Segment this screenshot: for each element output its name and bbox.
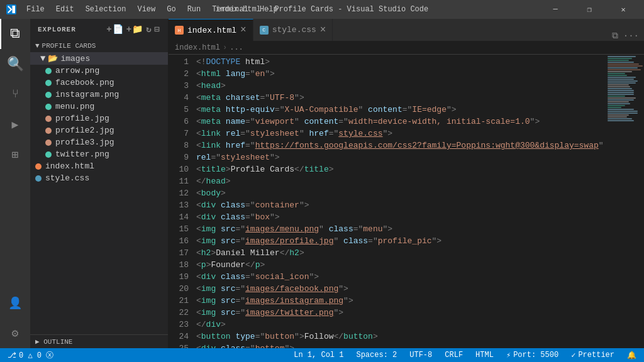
tab-close-button[interactable]: × (240, 25, 247, 36)
chevron-right-icon: ▶ (35, 338, 43, 346)
encoding-setting[interactable]: UTF-8 (407, 351, 435, 359)
profile-cards-section[interactable]: ▼ PROFILE CARDS (30, 40, 168, 52)
code-line: <link rel="stylesheet" href="style.css"> (196, 128, 606, 140)
line-numbers: 12345 678910 1112131415 1617181920 21222… (169, 55, 194, 348)
file-profile2-jpg[interactable]: profile2.jpg (30, 124, 168, 136)
menu-edit[interactable]: Edit (51, 4, 79, 15)
menu-run[interactable]: Run (182, 4, 206, 15)
file-label: style.css (45, 173, 89, 183)
extensions-icon: ⊞ (12, 148, 19, 162)
tab-index-html[interactable]: H index.html × (169, 19, 253, 41)
more-actions-icon[interactable]: ··· (623, 31, 639, 41)
tab-style-css[interactable]: C style.css × (253, 19, 333, 41)
maximize-button[interactable]: ❐ (575, 0, 604, 19)
file-profile3-jpg[interactable]: profile3.jpg (30, 136, 168, 148)
status-bar-right: Ln 1, Col 1 Spaces: 2 UTF-8 CRLF HTML ⚡ … (291, 351, 639, 360)
new-folder-icon[interactable]: +📁 (126, 24, 143, 35)
sidebar-actions: +📄 +📁 ↻ ⊟ (106, 24, 160, 35)
new-file-icon[interactable]: +📄 (106, 24, 123, 35)
editor-content[interactable]: 12345 678910 1112131415 1617181920 21222… (169, 55, 644, 348)
editor-area: H index.html × C style.css × ⧉ ··· index… (169, 19, 644, 348)
activity-debug[interactable]: ▶ (0, 109, 30, 140)
file-label: profile2.jpg (55, 126, 114, 135)
menu-selection[interactable]: Selection (80, 4, 131, 15)
code-line: <img src="images/instagram.png"> (196, 295, 606, 307)
png-file-icon (45, 80, 52, 86)
code-line: <html lang="en"> (196, 68, 606, 80)
activity-source-control[interactable]: ⑂ (0, 79, 30, 109)
prettier-text: Prettier (578, 351, 614, 359)
code-line: <img src="images/facebook.png"> (196, 283, 606, 295)
close-button[interactable]: ✕ (609, 0, 638, 19)
refresh-icon[interactable]: ↻ (146, 24, 152, 35)
git-branch[interactable]: ⎇ 0 △ 0 ⓧ (5, 350, 56, 361)
jpg-file-icon (45, 116, 52, 122)
status-bar-left: ⎇ 0 △ 0 ⓧ (5, 350, 56, 361)
file-index-html[interactable]: index.html (30, 160, 168, 172)
files-icon: ⧉ (10, 26, 20, 42)
prettier[interactable]: ✓ Prettier (569, 351, 617, 360)
cursor-position[interactable]: Ln 1, Col 1 (291, 351, 346, 359)
live-server[interactable]: ⚡ Port: 5500 (504, 351, 561, 360)
sidebar: EXPLORER +📄 +📁 ↻ ⊟ ▼ PROFILE CARDS ▼ 📂 i… (30, 19, 169, 348)
activity-bar-bottom: 👤 ⚙ (0, 288, 30, 348)
code-line: <head> (196, 80, 606, 92)
code-line: <!DOCTYPE html> (196, 56, 606, 68)
split-editor-icon[interactable]: ⧉ (612, 31, 618, 41)
png-file-icon (45, 68, 52, 74)
tab-label: style.css (272, 25, 316, 35)
menu-go[interactable]: Go (162, 4, 180, 15)
file-arrow-png[interactable]: arrow.png (30, 65, 168, 77)
window-controls: — ❐ ✕ (541, 0, 638, 19)
file-facebook-png[interactable]: facebook.png (30, 77, 168, 89)
language-text: HTML (475, 351, 494, 359)
breadcrumb-separator: › (223, 43, 227, 52)
svg-rect-0 (13, 6, 16, 13)
app-icon (6, 4, 16, 14)
code-line: <meta charset="UTF-8"> (196, 92, 606, 104)
png-file-icon (45, 151, 52, 158)
account-icon: 👤 (8, 296, 22, 310)
file-label: profile.jpg (55, 114, 109, 123)
code-line: <meta name="viewport" content="width=dev… (196, 116, 606, 128)
code-line: </head> (196, 175, 606, 187)
cursor-text: Ln 1, Col 1 (294, 351, 343, 359)
sidebar-title: EXPLORER (38, 26, 76, 33)
code-editor[interactable]: <!DOCTYPE html> <html lang="en"> <head> … (194, 55, 606, 348)
activity-search[interactable]: 🔍 (0, 49, 30, 79)
code-line: <button type="button">Follow</button> (196, 331, 606, 343)
png-file-icon (45, 104, 52, 110)
file-label: arrow.png (55, 66, 99, 75)
language-mode[interactable]: HTML (473, 351, 496, 359)
section-label: PROFILE CARDS (42, 42, 96, 50)
menu-file[interactable]: File (21, 4, 50, 15)
notifications[interactable]: 🔔 (625, 351, 639, 360)
file-instagram-png[interactable]: instagram.png (30, 89, 168, 101)
file-menu-png[interactable]: menu.png (30, 101, 168, 112)
html-file-icon (35, 163, 42, 170)
eol-setting[interactable]: CRLF (442, 351, 465, 359)
encoding-text: UTF-8 (409, 351, 432, 359)
live-server-icon: ⚡ (506, 351, 511, 360)
css-tab-icon: C (260, 26, 269, 35)
spaces-setting[interactable]: Spaces: 2 (353, 351, 399, 359)
code-line: <body> (196, 187, 606, 199)
images-folder[interactable]: ▼ 📂 images (30, 52, 168, 65)
file-label: instagram.png (55, 90, 119, 99)
file-profile-jpg[interactable]: profile.jpg (30, 112, 168, 124)
breadcrumb-symbol: ... (230, 43, 243, 52)
activity-settings[interactable]: ⚙ (0, 318, 30, 348)
file-style-css[interactable]: style.css (30, 172, 168, 184)
file-twitter-png[interactable]: twitter.png (30, 148, 168, 160)
activity-extensions[interactable]: ⊞ (0, 140, 30, 170)
tab-close-button[interactable]: × (320, 25, 326, 36)
code-line: <img src="images/menu.png" class="menu"> (196, 223, 606, 235)
source-control-icon: ⑂ (12, 88, 19, 101)
collapse-icon[interactable]: ⊟ (155, 24, 160, 35)
file-label: index.html (45, 162, 94, 171)
activity-explorer[interactable]: ⧉ (0, 19, 30, 49)
minimize-button[interactable]: — (541, 0, 570, 19)
outline-section[interactable]: ▶ OUTLINE (30, 334, 168, 348)
menu-view[interactable]: View (132, 4, 160, 15)
activity-account[interactable]: 👤 (0, 288, 30, 318)
